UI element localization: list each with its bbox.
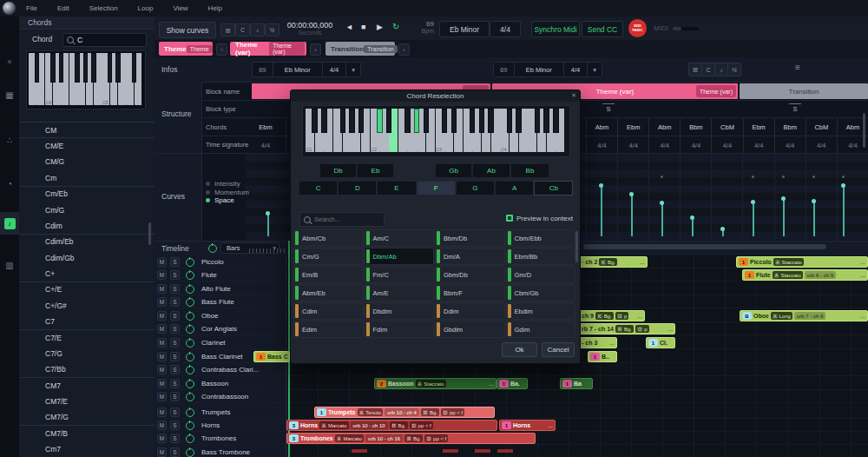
chord-option[interactable]: Ebdim: [506, 302, 576, 320]
note-button-e[interactable]: E: [377, 181, 416, 195]
chord-option[interactable]: Dm/A: [435, 248, 505, 265]
track-power-icon[interactable]: [186, 393, 194, 401]
meter-selector[interactable]: 4/4: [490, 21, 521, 37]
curve-point[interactable]: [812, 199, 816, 203]
meter-cell[interactable]: 4/4: [743, 136, 774, 154]
synchro-midi-button[interactable]: Synchro Midi: [531, 21, 580, 37]
chord-cell[interactable]: Abm: [837, 118, 868, 136]
chord-cell[interactable]: Ebm: [617, 118, 648, 136]
clip-more[interactable]: ...: [609, 340, 615, 346]
tab-theme-var[interactable]: Theme (var) Theme (var): [230, 42, 306, 56]
chord-option[interactable]: Ddim: [435, 302, 505, 320]
solo-button[interactable]: S: [170, 257, 180, 267]
midi-panic-button[interactable]: MIDI PANIC: [628, 19, 647, 37]
meter-cell[interactable]: 4/4: [774, 136, 806, 154]
stop-icon[interactable]: ■: [361, 23, 365, 31]
note-button-a[interactable]: A: [495, 181, 534, 195]
chord-view-icon[interactable]: C: [235, 23, 250, 36]
piano-key-black[interactable]: [358, 109, 364, 133]
solo-button[interactable]: S: [170, 421, 180, 430]
mute-button[interactable]: M: [157, 352, 167, 361]
tab-theme-var-more-button[interactable]: +: [310, 43, 321, 56]
clip-ba[interactable]: 1Ba: [560, 378, 593, 389]
note-button-f[interactable]: F: [417, 181, 456, 195]
timeline-ruler[interactable]: [249, 248, 287, 253]
track-power-icon[interactable]: [186, 353, 194, 361]
chord-item[interactable]: CM/G: [19, 154, 155, 169]
chord-option[interactable]: Gbdim: [435, 321, 505, 338]
clip-more[interactable]: ...: [489, 381, 494, 387]
piano-key-black[interactable]: [414, 109, 419, 133]
tree-icon[interactable]: ∴: [0, 129, 19, 151]
piano-key-black[interactable]: [91, 53, 96, 83]
chord-item[interactable]: C7/E: [19, 329, 155, 345]
clip--ch-2[interactable]: · ch 2KBg....: [579, 256, 648, 268]
chord-option[interactable]: Bbm/F: [435, 284, 505, 301]
mute-button[interactable]: M: [157, 365, 167, 374]
curve-point[interactable]: [781, 196, 786, 201]
chord-cell[interactable]: Abm: [586, 118, 617, 136]
infos-fraction-icon[interactable]: ½: [727, 63, 741, 76]
chord-option[interactable]: Edim: [293, 321, 364, 338]
track-power-icon[interactable]: [186, 312, 194, 321]
note-button-db[interactable]: Db: [319, 163, 357, 178]
clip-more[interactable]: ...: [637, 313, 642, 319]
loop-icon[interactable]: ↻: [392, 22, 399, 31]
mute-button[interactable]: M: [157, 284, 167, 294]
track-power-icon[interactable]: [186, 298, 194, 307]
curve-point[interactable]: [690, 215, 694, 220]
piano-key-black[interactable]: [83, 53, 89, 83]
piano-key-black[interactable]: [488, 109, 493, 133]
chord-item[interactable]: C7: [19, 314, 155, 329]
chord-option[interactable]: Cbm/Gb: [506, 284, 576, 301]
track-power-icon[interactable]: [186, 408, 194, 417]
chord-item[interactable]: C+/G#: [19, 297, 155, 313]
note-button-d[interactable]: D: [338, 181, 377, 195]
curve-point[interactable]: [720, 227, 725, 231]
mute-button[interactable]: M: [157, 379, 167, 388]
clip-cl-[interactable]: 1Cl.: [646, 337, 675, 348]
clock-icon[interactable]: ◔: [0, 172, 19, 195]
track-power-icon[interactable]: [186, 380, 194, 388]
piano-key-black[interactable]: [479, 109, 484, 133]
piano-key-black[interactable]: [75, 53, 80, 83]
clip-bassoon[interactable]: 2BassoonAStaccato...: [374, 378, 496, 389]
clip-more[interactable]: ...: [667, 326, 673, 332]
modules-icon[interactable]: ▦: [0, 83, 19, 106]
chord-item[interactable]: Cdim: [19, 217, 155, 233]
solo-button[interactable]: S: [170, 270, 180, 280]
solo-button[interactable]: S: [170, 338, 180, 348]
tab-theme[interactable]: Theme Theme: [159, 42, 213, 56]
chord-list-scrollbar[interactable]: [148, 222, 151, 245]
curve-radio-momentum[interactable]: Momentum: [206, 189, 249, 196]
chord-item[interactable]: C7/Bb: [19, 361, 155, 377]
chord-item[interactable]: C7/G: [19, 345, 155, 361]
piano-key-black[interactable]: [349, 109, 354, 133]
meter-cell[interactable]: 4/4: [837, 136, 868, 154]
chord-item[interactable]: Cm7: [19, 441, 155, 457]
piano-key-black[interactable]: [451, 109, 457, 133]
menu-file[interactable]: File: [26, 4, 37, 12]
curve-point[interactable]: [266, 211, 270, 215]
modal-grid-scrollbar[interactable]: [575, 231, 578, 262]
note-button-bb[interactable]: Bb: [510, 163, 549, 178]
curve-point[interactable]: [660, 201, 664, 205]
track-power-icon[interactable]: [186, 258, 194, 267]
chord-item[interactable]: CM7/G: [19, 409, 155, 425]
piano-key-black[interactable]: [404, 109, 410, 133]
mute-button[interactable]: M: [157, 297, 167, 307]
track-power-icon[interactable]: [186, 271, 194, 280]
solo-button[interactable]: S: [170, 352, 180, 361]
infos-note-icon[interactable]: ♪: [714, 63, 728, 76]
solo-button[interactable]: S: [170, 284, 180, 294]
piano-view-icon[interactable]: ▥: [220, 23, 235, 36]
curve-radio-space[interactable]: Space: [206, 196, 234, 204]
chord-item[interactable]: Cm/G: [19, 202, 155, 217]
solo-button[interactable]: S: [170, 297, 180, 307]
chord-item[interactable]: Cdim/Eb: [19, 234, 155, 249]
skip-back-icon[interactable]: ◄: [345, 23, 353, 31]
preview-checkbox[interactable]: [506, 215, 513, 222]
mute-button[interactable]: M: [157, 407, 167, 417]
mute-button[interactable]: M: [157, 392, 167, 401]
note-view-icon[interactable]: ♪: [250, 23, 265, 36]
